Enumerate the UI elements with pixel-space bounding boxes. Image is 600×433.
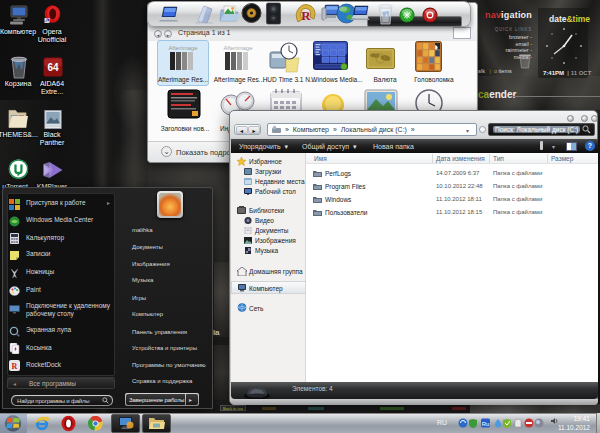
svg-text:Ru: Ru — [482, 421, 490, 427]
svg-text:R: R — [301, 8, 311, 23]
svg-text:64: 64 — [47, 62, 59, 73]
svg-text:R: R — [12, 362, 18, 371]
svg-text:Afterimage: Afterimage — [168, 45, 198, 51]
svg-text:Afterimage: Afterimage — [223, 45, 253, 51]
